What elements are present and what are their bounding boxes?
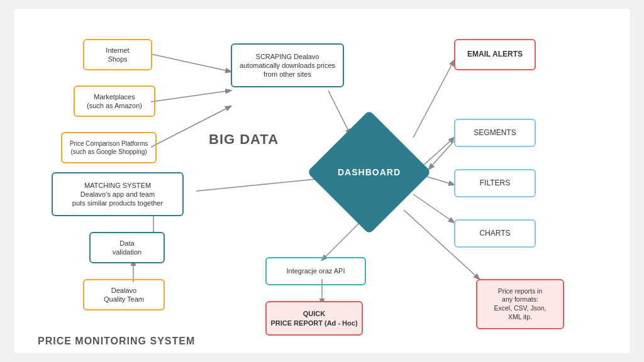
dashboard-diamond: DASHBOARD: [322, 125, 416, 219]
marketplaces-box: Marketplaces (such as Amazon): [74, 85, 155, 117]
integrations-box: Integracje oraz API: [265, 257, 366, 285]
diagram-container: BIG DATA DASHBOARD Internet Shops Market…: [14, 9, 630, 353]
svg-line-0: [151, 54, 231, 72]
price-comparison-box: Price Comparison Platforms (such as Goog…: [61, 132, 157, 163]
email-alerts-box: EMAIL ALERTS: [454, 39, 536, 70]
filters-box: FILTERS: [454, 169, 536, 197]
price-reports-box: Price reports in any formats: Excel, CSV…: [476, 279, 564, 329]
svg-line-4: [196, 178, 322, 191]
price-monitoring-label: PRICE MONITORING SYSTEM: [38, 336, 195, 347]
dealavo-quality-box: Dealavo Quality Team: [83, 279, 165, 310]
internet-shops-box: Internet Shops: [83, 39, 152, 70]
svg-line-9: [423, 175, 454, 185]
svg-line-8: [423, 138, 454, 166]
data-validation-box: Data validation: [89, 232, 165, 263]
svg-line-14: [429, 141, 454, 169]
quick-price-report-box: QUICK PRICE REPORT (Ad - Hoc): [265, 301, 363, 336]
svg-line-10: [413, 194, 454, 222]
matching-system-box: MATCHING SYSTEM Dealavo's app and team p…: [52, 172, 184, 216]
charts-box: CHARTS: [454, 219, 536, 248]
svg-line-7: [413, 60, 454, 138]
dashboard-label: DASHBOARD: [338, 167, 401, 177]
segments-box: SEGMENTS: [454, 119, 536, 147]
svg-line-1: [151, 90, 231, 102]
scraping-box: SCRAPING Dealavo automatically downloads…: [231, 43, 344, 87]
big-data-label: BIG DATA: [209, 131, 279, 148]
